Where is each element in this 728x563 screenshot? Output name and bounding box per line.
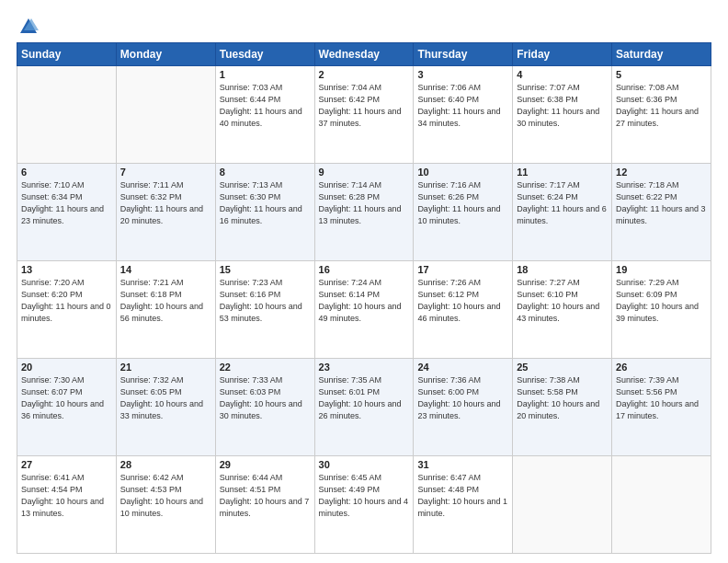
day-info: Sunrise: 6:44 AMSunset: 4:51 PMDaylight:… [220,472,311,520]
day-number: 20 [21,362,112,373]
calendar-week-row: 6Sunrise: 7:10 AMSunset: 6:34 PMDaylight… [17,164,711,261]
day-info: Sunrise: 6:42 AMSunset: 4:53 PMDaylight:… [120,472,211,520]
day-number: 6 [21,167,112,178]
calendar-week-row: 1Sunrise: 7:03 AMSunset: 6:44 PMDaylight… [17,66,711,164]
day-number: 24 [417,362,508,373]
day-info: Sunrise: 7:27 AMSunset: 6:10 PMDaylight:… [517,277,608,325]
day-number: 25 [517,362,608,373]
calendar-day-cell [116,66,215,164]
day-number: 22 [220,362,311,373]
calendar-day-cell: 5Sunrise: 7:08 AMSunset: 6:36 PMDaylight… [612,66,711,164]
calendar-day-cell: 18Sunrise: 7:27 AMSunset: 6:10 PMDayligh… [513,261,612,359]
calendar-day-cell: 9Sunrise: 7:14 AMSunset: 6:28 PMDaylight… [314,164,414,261]
day-info: Sunrise: 7:21 AMSunset: 6:18 PMDaylight:… [120,277,211,325]
day-number: 1 [220,69,311,80]
day-number: 5 [616,69,707,80]
calendar-day-cell: 22Sunrise: 7:33 AMSunset: 6:03 PMDayligh… [215,359,314,456]
calendar-day-cell: 2Sunrise: 7:04 AMSunset: 6:42 PMDaylight… [314,66,414,164]
calendar-table: SundayMondayTuesdayWednesdayThursdayFrid… [17,42,711,554]
calendar-day-cell: 31Sunrise: 6:47 AMSunset: 4:48 PMDayligh… [414,456,513,554]
day-info: Sunrise: 6:45 AMSunset: 4:49 PMDaylight:… [319,472,410,520]
day-number: 11 [517,167,608,178]
day-info: Sunrise: 6:41 AMSunset: 4:54 PMDaylight:… [21,472,112,520]
calendar-day-cell: 11Sunrise: 7:17 AMSunset: 6:24 PMDayligh… [513,164,612,261]
day-info: Sunrise: 7:07 AMSunset: 6:38 PMDaylight:… [517,82,608,130]
day-number: 23 [319,362,410,373]
weekday-header-cell: Tuesday [215,43,314,66]
day-number: 13 [21,264,112,275]
day-number: 17 [417,264,508,275]
day-number: 7 [120,167,211,178]
calendar-day-cell: 16Sunrise: 7:24 AMSunset: 6:14 PMDayligh… [314,261,414,359]
calendar-day-cell: 26Sunrise: 7:39 AMSunset: 5:56 PMDayligh… [612,359,711,456]
day-number: 28 [120,459,211,470]
day-number: 21 [120,362,211,373]
calendar-day-cell: 21Sunrise: 7:32 AMSunset: 6:05 PMDayligh… [116,359,215,456]
day-number: 10 [417,167,508,178]
day-info: Sunrise: 7:24 AMSunset: 6:14 PMDaylight:… [319,277,410,325]
day-number: 12 [616,167,707,178]
day-number: 27 [21,459,112,470]
day-number: 14 [120,264,211,275]
calendar-day-cell: 23Sunrise: 7:35 AMSunset: 6:01 PMDayligh… [314,359,414,456]
day-info: Sunrise: 7:38 AMSunset: 5:58 PMDaylight:… [517,374,608,422]
calendar-day-cell: 10Sunrise: 7:16 AMSunset: 6:26 PMDayligh… [414,164,513,261]
header [17,17,711,33]
day-info: Sunrise: 7:33 AMSunset: 6:03 PMDaylight:… [220,374,311,422]
calendar-day-cell: 28Sunrise: 6:42 AMSunset: 4:53 PMDayligh… [116,456,215,554]
day-info: Sunrise: 7:08 AMSunset: 6:36 PMDaylight:… [616,82,707,130]
calendar-day-cell: 20Sunrise: 7:30 AMSunset: 6:07 PMDayligh… [17,359,117,456]
day-info: Sunrise: 7:18 AMSunset: 6:22 PMDaylight:… [616,179,707,227]
calendar-body: 1Sunrise: 7:03 AMSunset: 6:44 PMDaylight… [17,66,711,554]
calendar-day-cell: 8Sunrise: 7:13 AMSunset: 6:30 PMDaylight… [215,164,314,261]
day-number: 18 [517,264,608,275]
day-info: Sunrise: 7:23 AMSunset: 6:16 PMDaylight:… [220,277,311,325]
calendar-day-cell: 3Sunrise: 7:06 AMSunset: 6:40 PMDaylight… [414,66,513,164]
logo-icon [18,17,39,37]
day-number: 31 [417,459,508,470]
calendar-week-row: 27Sunrise: 6:41 AMSunset: 4:54 PMDayligh… [17,456,711,554]
day-info: Sunrise: 7:20 AMSunset: 6:20 PMDaylight:… [21,277,112,325]
calendar-day-cell: 13Sunrise: 7:20 AMSunset: 6:20 PMDayligh… [17,261,117,359]
calendar-week-row: 20Sunrise: 7:30 AMSunset: 6:07 PMDayligh… [17,359,711,456]
weekday-header-row: SundayMondayTuesdayWednesdayThursdayFrid… [17,43,711,66]
calendar-day-cell: 4Sunrise: 7:07 AMSunset: 6:38 PMDaylight… [513,66,612,164]
day-info: Sunrise: 7:35 AMSunset: 6:01 PMDaylight:… [319,374,410,422]
day-info: Sunrise: 7:03 AMSunset: 6:44 PMDaylight:… [220,82,311,130]
day-info: Sunrise: 7:39 AMSunset: 5:56 PMDaylight:… [616,374,707,422]
day-info: Sunrise: 7:11 AMSunset: 6:32 PMDaylight:… [120,179,211,227]
page: SundayMondayTuesdayWednesdayThursdayFrid… [0,0,728,563]
logo [17,17,39,33]
calendar-day-cell: 27Sunrise: 6:41 AMSunset: 4:54 PMDayligh… [17,456,117,554]
calendar-week-row: 13Sunrise: 7:20 AMSunset: 6:20 PMDayligh… [17,261,711,359]
calendar-day-cell: 30Sunrise: 6:45 AMSunset: 4:49 PMDayligh… [314,456,414,554]
day-info: Sunrise: 7:17 AMSunset: 6:24 PMDaylight:… [517,179,608,227]
day-number: 29 [220,459,311,470]
weekday-header-cell: Sunday [17,43,117,66]
calendar-day-cell: 25Sunrise: 7:38 AMSunset: 5:58 PMDayligh… [513,359,612,456]
calendar-day-cell [513,456,612,554]
calendar-day-cell: 12Sunrise: 7:18 AMSunset: 6:22 PMDayligh… [612,164,711,261]
calendar-day-cell: 19Sunrise: 7:29 AMSunset: 6:09 PMDayligh… [612,261,711,359]
weekday-header-cell: Friday [513,43,612,66]
day-number: 8 [220,167,311,178]
day-number: 15 [220,264,311,275]
day-info: Sunrise: 7:04 AMSunset: 6:42 PMDaylight:… [319,82,410,130]
day-info: Sunrise: 7:26 AMSunset: 6:12 PMDaylight:… [417,277,508,325]
day-number: 30 [319,459,410,470]
weekday-header-cell: Thursday [414,43,513,66]
day-number: 2 [319,69,410,80]
day-info: Sunrise: 7:32 AMSunset: 6:05 PMDaylight:… [120,374,211,422]
day-number: 4 [517,69,608,80]
calendar-day-cell: 24Sunrise: 7:36 AMSunset: 6:00 PMDayligh… [414,359,513,456]
calendar-day-cell: 6Sunrise: 7:10 AMSunset: 6:34 PMDaylight… [17,164,117,261]
day-info: Sunrise: 7:14 AMSunset: 6:28 PMDaylight:… [319,179,410,227]
day-info: Sunrise: 7:10 AMSunset: 6:34 PMDaylight:… [21,179,112,227]
calendar-day-cell [17,66,117,164]
day-info: Sunrise: 7:36 AMSunset: 6:00 PMDaylight:… [417,374,508,422]
day-info: Sunrise: 6:47 AMSunset: 4:48 PMDaylight:… [417,472,508,520]
day-number: 26 [616,362,707,373]
weekday-header-cell: Saturday [612,43,711,66]
calendar-day-cell: 1Sunrise: 7:03 AMSunset: 6:44 PMDaylight… [215,66,314,164]
calendar-day-cell [612,456,711,554]
